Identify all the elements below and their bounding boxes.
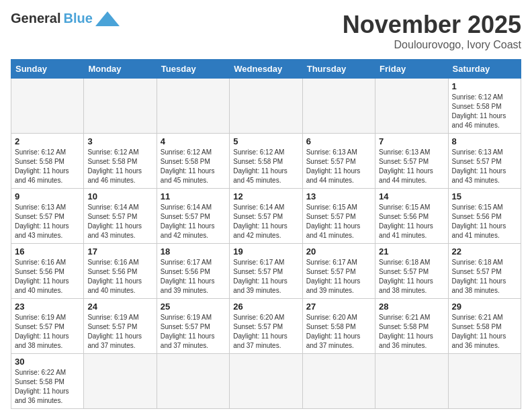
logo-area: General Blue — [11, 11, 120, 26]
day-info: Sunrise: 6:13 AM Sunset: 5:57 PM Dayligh… — [306, 148, 371, 185]
calendar-cell: 12Sunrise: 6:14 AM Sunset: 5:57 PM Dayli… — [230, 189, 302, 244]
day-info: Sunrise: 6:20 AM Sunset: 5:57 PM Dayligh… — [233, 313, 298, 351]
weekday-header-tuesday: Tuesday — [157, 60, 229, 79]
weekday-header-wednesday: Wednesday — [230, 60, 302, 79]
day-info: Sunrise: 6:16 AM Sunset: 5:56 PM Dayligh… — [87, 258, 152, 295]
calendar-cell: 28Sunrise: 6:21 AM Sunset: 5:58 PM Dayli… — [375, 299, 448, 354]
calendar-cell: 3Sunrise: 6:12 AM Sunset: 5:58 PM Daylig… — [84, 134, 157, 189]
day-number: 2 — [15, 136, 80, 146]
month-title: November 2025 — [343, 11, 521, 39]
calendar-cell — [448, 354, 521, 409]
day-number: 4 — [161, 136, 226, 146]
calendar-cell: 8Sunrise: 6:13 AM Sunset: 5:57 PM Daylig… — [448, 134, 521, 189]
calendar-cell: 10Sunrise: 6:14 AM Sunset: 5:57 PM Dayli… — [84, 189, 157, 244]
calendar-cell: 1Sunrise: 6:12 AM Sunset: 5:58 PM Daylig… — [448, 79, 521, 134]
calendar-week-row: 23Sunrise: 6:19 AM Sunset: 5:57 PM Dayli… — [11, 299, 521, 354]
day-info: Sunrise: 6:21 AM Sunset: 5:58 PM Dayligh… — [379, 313, 444, 351]
day-number: 27 — [306, 302, 371, 312]
calendar-cell — [157, 79, 229, 134]
calendar-cell: 19Sunrise: 6:17 AM Sunset: 5:57 PM Dayli… — [230, 244, 302, 299]
calendar-cell: 22Sunrise: 6:18 AM Sunset: 5:57 PM Dayli… — [448, 244, 521, 299]
weekday-header-friday: Friday — [375, 60, 448, 79]
day-number: 19 — [233, 246, 298, 257]
calendar-cell — [84, 79, 157, 134]
day-number: 25 — [161, 302, 226, 312]
calendar-cell: 23Sunrise: 6:19 AM Sunset: 5:57 PM Dayli… — [11, 299, 84, 354]
day-number: 18 — [161, 246, 226, 257]
svg-marker-0 — [95, 11, 120, 26]
calendar-cell: 29Sunrise: 6:21 AM Sunset: 5:58 PM Dayli… — [448, 299, 521, 354]
calendar-week-row: 16Sunrise: 6:16 AM Sunset: 5:56 PM Dayli… — [11, 244, 521, 299]
header: General Blue November 2025 Doulourovogo,… — [11, 11, 521, 51]
weekday-header-sunday: Sunday — [11, 60, 84, 79]
day-number: 22 — [452, 246, 517, 257]
day-info: Sunrise: 6:17 AM Sunset: 5:57 PM Dayligh… — [306, 258, 371, 295]
day-info: Sunrise: 6:15 AM Sunset: 5:57 PM Dayligh… — [306, 203, 371, 240]
calendar-cell: 13Sunrise: 6:15 AM Sunset: 5:57 PM Dayli… — [302, 189, 375, 244]
calendar-cell — [302, 79, 375, 134]
day-number: 24 — [87, 302, 152, 312]
calendar-cell: 6Sunrise: 6:13 AM Sunset: 5:57 PM Daylig… — [302, 134, 375, 189]
calendar-cell: 30Sunrise: 6:22 AM Sunset: 5:58 PM Dayli… — [11, 354, 84, 409]
day-number: 21 — [379, 246, 444, 257]
calendar-week-row: 2Sunrise: 6:12 AM Sunset: 5:58 PM Daylig… — [11, 134, 521, 189]
calendar-table: SundayMondayTuesdayWednesdayThursdayFrid… — [11, 59, 521, 409]
calendar-cell — [230, 354, 302, 409]
day-info: Sunrise: 6:14 AM Sunset: 5:57 PM Dayligh… — [233, 203, 298, 240]
day-number: 8 — [452, 136, 517, 146]
weekday-header-row: SundayMondayTuesdayWednesdayThursdayFrid… — [11, 60, 521, 79]
calendar-cell — [11, 79, 84, 134]
weekday-header-monday: Monday — [84, 60, 157, 79]
day-number: 15 — [452, 191, 517, 201]
day-info: Sunrise: 6:15 AM Sunset: 5:56 PM Dayligh… — [379, 203, 444, 240]
calendar-cell: 25Sunrise: 6:19 AM Sunset: 5:57 PM Dayli… — [157, 299, 229, 354]
day-number: 6 — [306, 136, 371, 146]
calendar-cell: 27Sunrise: 6:20 AM Sunset: 5:58 PM Dayli… — [302, 299, 375, 354]
calendar-cell: 4Sunrise: 6:12 AM Sunset: 5:58 PM Daylig… — [157, 134, 229, 189]
day-number: 11 — [161, 191, 226, 201]
calendar-cell: 9Sunrise: 6:13 AM Sunset: 5:57 PM Daylig… — [11, 189, 84, 244]
day-number: 17 — [87, 246, 152, 257]
calendar-cell: 26Sunrise: 6:20 AM Sunset: 5:57 PM Dayli… — [230, 299, 302, 354]
day-number: 16 — [15, 246, 80, 257]
day-number: 12 — [233, 191, 298, 201]
day-info: Sunrise: 6:13 AM Sunset: 5:57 PM Dayligh… — [452, 148, 517, 185]
day-info: Sunrise: 6:12 AM Sunset: 5:58 PM Dayligh… — [233, 148, 298, 185]
day-number: 5 — [233, 136, 298, 146]
day-info: Sunrise: 6:20 AM Sunset: 5:58 PM Dayligh… — [306, 313, 371, 351]
day-info: Sunrise: 6:21 AM Sunset: 5:58 PM Dayligh… — [452, 313, 517, 351]
calendar-cell — [302, 354, 375, 409]
calendar-cell: 17Sunrise: 6:16 AM Sunset: 5:56 PM Dayli… — [84, 244, 157, 299]
calendar-week-row: 30Sunrise: 6:22 AM Sunset: 5:58 PM Dayli… — [11, 354, 521, 409]
weekday-header-thursday: Thursday — [302, 60, 375, 79]
day-number: 23 — [15, 302, 80, 312]
calendar-cell: 14Sunrise: 6:15 AM Sunset: 5:56 PM Dayli… — [375, 189, 448, 244]
day-info: Sunrise: 6:22 AM Sunset: 5:58 PM Dayligh… — [15, 368, 80, 406]
day-number: 20 — [306, 246, 371, 257]
day-number: 14 — [379, 191, 444, 201]
location-title: Doulourovogo, Ivory Coast — [343, 39, 521, 51]
day-number: 30 — [15, 357, 80, 367]
day-number: 28 — [379, 302, 444, 312]
calendar-week-row: 9Sunrise: 6:13 AM Sunset: 5:57 PM Daylig… — [11, 189, 521, 244]
calendar-cell: 7Sunrise: 6:13 AM Sunset: 5:57 PM Daylig… — [375, 134, 448, 189]
day-info: Sunrise: 6:19 AM Sunset: 5:57 PM Dayligh… — [87, 313, 152, 351]
day-info: Sunrise: 6:13 AM Sunset: 5:57 PM Dayligh… — [379, 148, 444, 185]
calendar-cell: 11Sunrise: 6:14 AM Sunset: 5:57 PM Dayli… — [157, 189, 229, 244]
day-number: 26 — [233, 302, 298, 312]
calendar-cell — [375, 79, 448, 134]
calendar-cell: 2Sunrise: 6:12 AM Sunset: 5:58 PM Daylig… — [11, 134, 84, 189]
title-area: November 2025 Doulourovogo, Ivory Coast — [343, 11, 521, 51]
calendar-cell: 16Sunrise: 6:16 AM Sunset: 5:56 PM Dayli… — [11, 244, 84, 299]
day-number: 13 — [306, 191, 371, 201]
logo-text-general: General — [11, 11, 60, 26]
day-info: Sunrise: 6:18 AM Sunset: 5:57 PM Dayligh… — [452, 258, 517, 295]
day-number: 3 — [87, 136, 152, 146]
calendar-week-row: 1Sunrise: 6:12 AM Sunset: 5:58 PM Daylig… — [11, 79, 521, 134]
calendar-cell — [375, 354, 448, 409]
day-info: Sunrise: 6:18 AM Sunset: 5:57 PM Dayligh… — [379, 258, 444, 295]
day-info: Sunrise: 6:17 AM Sunset: 5:56 PM Dayligh… — [161, 258, 226, 295]
weekday-header-saturday: Saturday — [448, 60, 521, 79]
logo-text-blue: Blue — [63, 11, 92, 26]
logo-icon — [95, 11, 120, 26]
